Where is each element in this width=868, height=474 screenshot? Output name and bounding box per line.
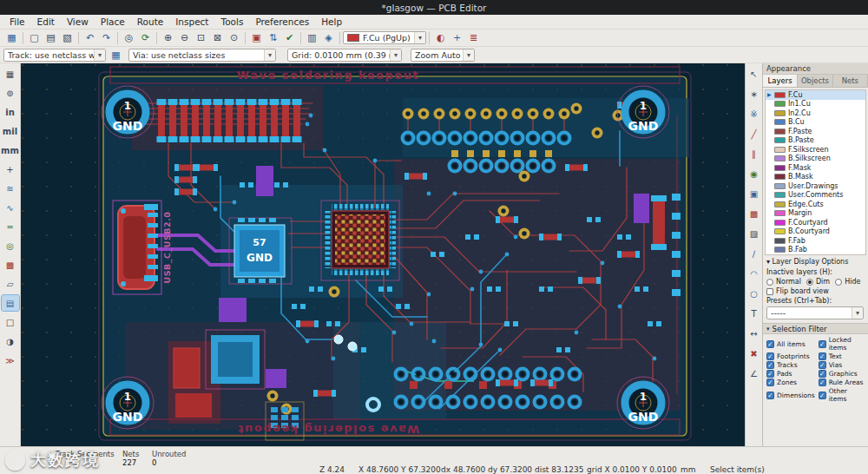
find-button[interactable]: ◎ — [121, 30, 137, 45]
zoom-selection-button[interactable]: ⊠ — [209, 30, 226, 45]
radio-selected-icon[interactable] — [806, 279, 813, 286]
layer-swatch[interactable] — [774, 128, 786, 135]
usb-connector[interactable]: USB_C_USB2.0 — [113, 201, 172, 294]
page-settings-button[interactable]: ▢ — [26, 30, 43, 45]
ratsnest-toggle[interactable]: ≋ — [2, 181, 19, 196]
pcb-canvas[interactable]: 1 GND — [21, 63, 745, 446]
local-ratsnest-tool[interactable]: ※ — [746, 107, 762, 121]
layer-swatch[interactable] — [774, 228, 786, 234]
layer-display-button[interactable]: ▥ — [304, 30, 320, 45]
footprint-editor-button[interactable]: ▣ — [248, 30, 265, 45]
layer-row-f-fab[interactable]: F.Fab — [766, 236, 865, 246]
checkbox-checked-icon[interactable]: ✓ — [819, 370, 826, 378]
layer-swatch[interactable] — [774, 220, 786, 226]
refresh-button[interactable]: ⟳ — [137, 30, 154, 45]
zone-fill-toggle[interactable]: ▩ — [2, 257, 19, 273]
grid-selector[interactable]: Grid: 0.0100 mm (0.39 mils) ▾ — [287, 49, 402, 62]
layer-row-b-paste[interactable]: B.Paste — [766, 136, 865, 146]
tab-nets[interactable]: Nets — [833, 75, 868, 87]
filter-tracks[interactable]: ✓Tracks — [766, 361, 817, 369]
checkbox-checked-icon[interactable]: ✓ — [819, 352, 826, 360]
layer-swatch[interactable] — [774, 165, 786, 171]
curved-ratsnest-toggle[interactable]: ∿ — [2, 200, 19, 215]
layer-display-options-header[interactable]: ▾ Layer Display Options — [763, 256, 868, 267]
filter-locked-items[interactable]: ✓Locked items — [819, 336, 865, 352]
3d-viewer-button[interactable]: ◈ — [320, 30, 337, 45]
layer-swatch[interactable] — [774, 155, 786, 161]
plot-button[interactable]: ▧ — [59, 30, 76, 45]
gnd-chip[interactable]: 57 GND — [229, 218, 292, 284]
filter-text[interactable]: ✓Text — [819, 352, 865, 360]
draw-arc-tool[interactable]: ◠ — [746, 267, 762, 280]
layer-row-b-mask[interactable]: B.Mask — [766, 173, 865, 182]
route-diff-pair-tool[interactable]: ∥ — [746, 147, 762, 161]
appearance-manager-toggle[interactable]: ▤ — [2, 295, 19, 311]
presets-selector[interactable]: ----- ▾ — [766, 306, 864, 319]
zoom-objects-button[interactable]: ⊙ — [226, 30, 242, 45]
layer-swatch[interactable] — [774, 183, 786, 189]
layer-swatch[interactable] — [774, 137, 786, 143]
via-size-selector[interactable]: Via: use netclass sizes ▾ — [128, 49, 276, 62]
checkbox-checked-icon[interactable]: ✓ — [819, 340, 826, 348]
pad-outline-toggle[interactable]: □ — [2, 314, 19, 330]
filter-rule-areas[interactable]: ✓Rule Areas — [819, 379, 865, 386]
silkscreen-text-top[interactable]: Wave soldering keepout — [237, 69, 419, 82]
mounting-hole[interactable] — [617, 377, 669, 429]
zone-outline-toggle[interactable]: ▱ — [2, 276, 19, 292]
main-ic[interactable] — [321, 201, 399, 280]
checkbox-checked-icon[interactable]: ✓ — [766, 370, 774, 378]
layer-swatch[interactable] — [774, 110, 786, 116]
layer-row-in1-cu[interactable]: In1.Cu — [766, 100, 865, 109]
layer-row-in2-cu[interactable]: In2.Cu — [766, 109, 865, 118]
menu-inspect[interactable]: Inspect — [169, 16, 214, 27]
high-contrast-toggle[interactable]: ◑ — [2, 333, 19, 349]
add-text-tool[interactable]: T — [746, 306, 762, 320]
zoom-selector[interactable]: Zoom Auto ▾ — [411, 49, 475, 62]
units-mm-button[interactable]: mm — [2, 142, 19, 158]
layer-swatch[interactable] — [774, 210, 786, 216]
layer-swatch[interactable] — [774, 92, 786, 98]
radio-icon[interactable] — [835, 279, 842, 286]
save-button[interactable]: ▦ — [3, 30, 20, 45]
filter-graphics[interactable]: ✓Graphics — [819, 370, 865, 378]
delete-tool[interactable]: ✖ — [746, 346, 762, 360]
add-footprint-tool[interactable]: ▣ — [746, 187, 762, 201]
checkbox-checked-icon[interactable]: ✓ — [766, 392, 774, 399]
menu-edit[interactable]: Edit — [31, 16, 61, 27]
edit-grids-button[interactable]: ▦ — [108, 48, 124, 63]
filter-other-items[interactable]: ✓Other items — [819, 387, 865, 403]
menu-help[interactable]: Help — [315, 16, 348, 27]
highlight-net-tool[interactable]: ∗ — [746, 87, 762, 101]
filter-dimensions[interactable]: ✓Dimensions — [766, 387, 817, 403]
highlight-net-button[interactable]: + — [449, 30, 465, 45]
layer-row-b-cu[interactable]: B.Cu — [766, 118, 865, 128]
layer-row-edge-cuts[interactable]: Edge.Cuts — [766, 200, 865, 209]
radio-icon[interactable] — [766, 279, 773, 286]
layer-swatch[interactable] — [774, 238, 786, 244]
active-layer-selector[interactable]: F.Cu (PgUp) ▾ — [343, 31, 426, 44]
track-width-selector[interactable]: Track: use netclass width ▾ — [3, 49, 106, 62]
layer-swatch[interactable] — [774, 147, 786, 153]
tab-objects[interactable]: Objects — [798, 75, 832, 87]
layer-swatch[interactable] — [774, 174, 786, 180]
polar-coordinates-toggle[interactable]: ⊚ — [2, 85, 19, 101]
units-mils-button[interactable]: mil — [2, 123, 19, 139]
checkbox-checked-icon[interactable]: ✓ — [766, 379, 774, 386]
layer-swatch[interactable] — [774, 247, 786, 253]
layer-row-b-courtyard[interactable]: B.Courtyard — [766, 227, 865, 237]
layer-row-f-courtyard[interactable]: F.Courtyard — [766, 218, 865, 227]
draw-circle-tool[interactable]: ○ — [746, 286, 762, 300]
checkbox-checked-icon[interactable]: ✓ — [766, 361, 774, 369]
layer-row-f-silkscreen[interactable]: F.Silkscreen — [766, 145, 865, 155]
inactive-hide-radio[interactable]: Hide — [835, 278, 860, 286]
menu-tools[interactable]: Tools — [215, 16, 250, 27]
pcb-board[interactable]: USB_C_USB2.0 57 GND — [99, 67, 691, 440]
checkbox-checked-icon[interactable]: ✓ — [819, 392, 826, 399]
checkbox-checked-icon[interactable]: ✓ — [819, 379, 826, 386]
rule-area-tool[interactable]: ▨ — [746, 227, 762, 240]
place-via-tool[interactable]: ◉ — [746, 167, 762, 181]
filter-all-items[interactable]: ✓All items — [766, 336, 817, 352]
zoom-in-button[interactable]: ⊕ — [160, 30, 176, 45]
track-outline-toggle[interactable]: ═ — [2, 219, 19, 234]
zoom-fit-button[interactable]: ⊡ — [193, 30, 209, 45]
